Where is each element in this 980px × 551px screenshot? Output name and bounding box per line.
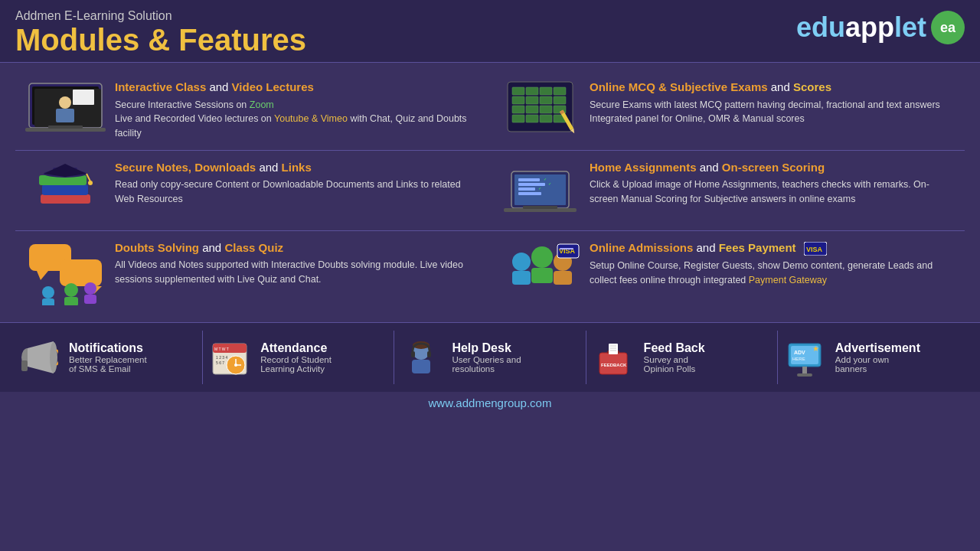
online-admissions-title: Online Admissions and Fees Payment VISA (590, 240, 957, 256)
svg-rect-19 (540, 106, 552, 113)
svg-rect-15 (540, 96, 552, 104)
online-admissions-desc: Setup Online Course, Register Guests, sh… (590, 259, 957, 288)
svg-rect-70 (21, 360, 28, 371)
main-content: Interactive Class and Video Lectures Sec… (0, 63, 980, 322)
home-assignments-desc: Click & Upload image of Home Assignments… (590, 178, 957, 207)
bottom-item-helpdesk: Help Desk User Queries andresolutions (398, 337, 581, 377)
bottom-item-feedback: FEEDBACK Feed Back Survey andOpinion Pol… (590, 337, 773, 377)
svg-text:ADV: ADV (794, 350, 805, 355)
svg-text:VISA: VISA (806, 246, 823, 253)
bottom-item-attendance: M T W T 1 2 3 4 5 6 7 Attendance Record … (207, 337, 390, 377)
footer: www.addmengroup.com (0, 392, 980, 412)
feature-home-assignments: ✓ ✓ ✓ Home Assignments and On-screen Sco… (490, 151, 965, 231)
svg-marker-69 (28, 341, 54, 373)
svg-rect-21 (512, 115, 524, 122)
svg-rect-13 (512, 96, 524, 104)
feedback-icon: FEEDBACK (590, 337, 636, 377)
attendance-title: Attendance (260, 341, 332, 355)
svg-rect-88 (609, 344, 618, 354)
divider-1 (202, 331, 203, 384)
notifications-desc: Better Replacementof SMS & Email (69, 355, 147, 373)
doubts-solving-icon (23, 240, 107, 305)
interactive-class-text: Interactive Class and Video Lectures Sec… (107, 80, 482, 141)
helpdesk-icon (398, 337, 444, 377)
online-admissions-icon: VISA (498, 240, 582, 305)
helpdesk-desc: User Queries andresolutions (452, 355, 521, 373)
svg-point-3 (59, 96, 71, 109)
secure-notes-desc: Read only copy-secure Content or Downloa… (115, 178, 482, 207)
svg-text:✓: ✓ (544, 177, 547, 181)
advertisement-icon: ADV HERE ★ (782, 337, 828, 377)
feature-doubts-solving: Doubts Solving and Class Quiz All Videos… (15, 231, 490, 315)
svg-rect-10 (526, 87, 538, 95)
svg-text:1 2 3 4: 1 2 3 4 (216, 355, 228, 360)
svg-text:✓: ✓ (538, 186, 541, 191)
svg-rect-62 (554, 271, 572, 285)
svg-text:5 6 7: 5 6 7 (216, 360, 224, 365)
svg-point-59 (531, 246, 553, 268)
feedback-text: Feed Back Survey andOpinion Polls (644, 341, 705, 373)
doubts-solving-text: Doubts Solving and Class Quiz All Videos… (107, 240, 482, 287)
footer-url: www.addmengroup.com (429, 396, 552, 409)
svg-rect-12 (554, 87, 566, 95)
online-mcq-desc: Secure Exams with latest MCQ pattern hav… (590, 98, 957, 127)
advertisement-title: Advertisement (835, 341, 920, 355)
svg-rect-40 (518, 187, 535, 191)
svg-rect-49 (60, 259, 102, 286)
company-name: Addmen E-Learning Solution (15, 6, 306, 23)
interactive-class-desc: Secure Interactive Sessions on Zoom Live… (115, 98, 482, 141)
svg-point-53 (64, 283, 78, 297)
svg-rect-38 (518, 178, 540, 181)
advertisement-desc: Add your ownbanners (835, 355, 920, 373)
svg-rect-58 (512, 271, 531, 285)
doubts-solving-title: Doubts Solving and Class Quiz (115, 240, 482, 256)
logo-icon: ea (931, 11, 965, 44)
logo: eduapplet ea (796, 6, 965, 44)
helpdesk-title: Help Desk (452, 341, 521, 355)
helpdesk-text: Help Desk User Queries andresolutions (452, 341, 521, 373)
features-grid: Interactive Class and Video Lectures Sec… (15, 70, 965, 315)
page-title: Modules & Features (15, 23, 306, 62)
online-mcq-title: Online MCQ & Subjective Exams and Scores (590, 80, 957, 95)
advertisement-text: Advertisement Add your ownbanners (835, 341, 920, 373)
logo-let: let (894, 11, 926, 43)
svg-rect-5 (73, 90, 94, 105)
svg-rect-18 (526, 106, 538, 113)
svg-rect-4 (56, 109, 74, 122)
svg-rect-84 (411, 351, 415, 357)
svg-line-34 (87, 174, 90, 181)
svg-rect-17 (512, 106, 524, 113)
online-mcq-text: Online MCQ & Subjective Exams and Scores… (582, 80, 957, 126)
svg-text:✓: ✓ (548, 181, 551, 186)
feature-online-mcq: Online MCQ & Subjective Exams and Scores… (490, 70, 965, 151)
doubts-solving-desc: All Videos and Notes supported with Inte… (115, 258, 482, 287)
secure-notes-title: Secure Notes, Downloads and Links (115, 160, 482, 175)
svg-point-57 (512, 253, 531, 271)
svg-rect-54 (64, 297, 78, 305)
svg-point-78 (234, 364, 237, 367)
svg-text:M T W T: M T W T (214, 347, 229, 351)
svg-rect-46 (523, 206, 557, 209)
bottom-bar: Notifications Better Replacementof SMS &… (0, 322, 980, 392)
feature-secure-notes: Secure Notes, Downloads and Links Read o… (15, 151, 490, 231)
svg-rect-22 (526, 115, 538, 122)
svg-marker-48 (37, 271, 48, 280)
online-mcq-icon (498, 80, 582, 137)
feature-interactive-class: Interactive Class and Video Lectures Sec… (15, 70, 490, 151)
svg-text:HERE: HERE (792, 357, 805, 361)
svg-rect-85 (427, 351, 431, 357)
home-assignments-title: Home Assignments and On-screen Scoring (590, 160, 957, 175)
svg-rect-28 (41, 194, 90, 204)
feature-online-admissions: VISA Online Admissions and Fees Payment … (490, 231, 965, 315)
notifications-text: Notifications Better Replacementof SMS &… (69, 341, 147, 373)
secure-notes-text: Secure Notes, Downloads and Links Read o… (107, 160, 482, 207)
bottom-item-notifications: Notifications Better Replacementof SMS &… (15, 337, 198, 377)
logo-app: app (845, 11, 894, 43)
svg-rect-65 (560, 248, 573, 249)
svg-text:FEEDBACK: FEEDBACK (601, 363, 627, 367)
divider-4 (777, 331, 778, 384)
attendance-icon: M T W T 1 2 3 4 5 6 7 (207, 337, 253, 377)
logo-edu: edu (796, 11, 845, 43)
attendance-desc: Record of StudentLearning Activity (260, 355, 332, 373)
svg-rect-16 (554, 96, 566, 104)
